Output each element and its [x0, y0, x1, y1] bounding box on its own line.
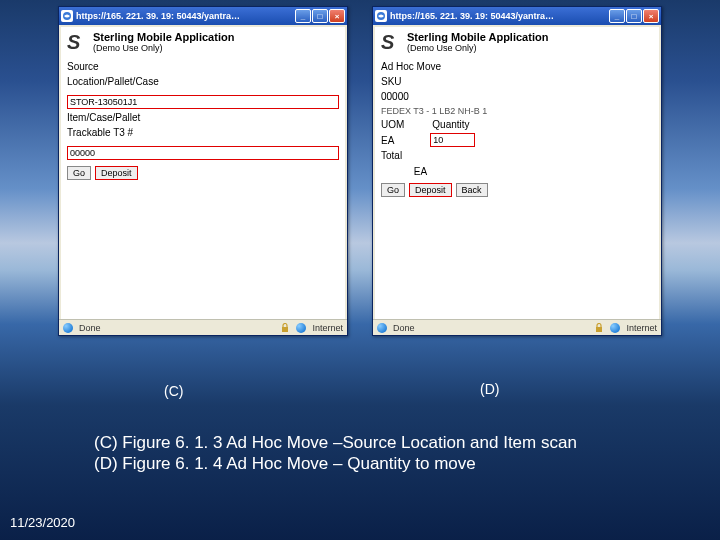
- caption-line-1: (C) Figure 6. 1. 3 Ad Hoc Move –Source L…: [94, 432, 654, 453]
- qty-label: Quantity: [432, 119, 469, 130]
- total-label: Total: [381, 150, 653, 162]
- close-button[interactable]: ×: [329, 9, 345, 23]
- status-internet: Internet: [312, 323, 343, 333]
- minimize-button[interactable]: _: [295, 9, 311, 23]
- maximize-button[interactable]: □: [626, 9, 642, 23]
- app-logo: S: [67, 31, 87, 55]
- status-done: Done: [79, 323, 101, 333]
- app-subtitle: (Demo Use Only): [93, 43, 339, 53]
- go-button[interactable]: Go: [67, 166, 91, 180]
- sku-value: 00000: [381, 91, 653, 103]
- deposit-button[interactable]: Deposit: [95, 166, 138, 180]
- globe-icon: [377, 323, 387, 333]
- svg-rect-3: [596, 327, 602, 332]
- browser-window-c: https://165. 221. 39. 19: 50443/yantra… …: [58, 6, 348, 336]
- figure-label-c: (C): [164, 383, 183, 399]
- content-area: S Sterling Mobile Application (Demo Use …: [375, 27, 659, 319]
- slide-date: 11/23/2020: [10, 515, 75, 530]
- back-button[interactable]: Back: [456, 183, 488, 197]
- close-button[interactable]: ×: [643, 9, 659, 23]
- desc-label: FEDEX T3 - 1 LB2 NH-B 1: [381, 106, 653, 116]
- zone-icon: [296, 323, 306, 333]
- item-label: Item/Case/Pallet: [67, 112, 339, 124]
- browser-window-d: https://165. 221. 39. 19: 50443/yantra… …: [372, 6, 662, 336]
- adhoc-title: Ad Hoc Move: [381, 61, 653, 73]
- trackable-label: Trackable T3 #: [67, 127, 339, 139]
- uom-label: UOM: [381, 119, 404, 130]
- location-label: Location/Pallet/Case: [67, 76, 339, 88]
- deposit-button[interactable]: Deposit: [409, 183, 452, 197]
- location-input[interactable]: [67, 95, 339, 109]
- figure-label-d: (D): [480, 381, 499, 397]
- caption: (C) Figure 6. 1. 3 Ad Hoc Move –Source L…: [94, 432, 654, 475]
- minimize-button[interactable]: _: [609, 9, 625, 23]
- sku-label: SKU: [381, 76, 653, 88]
- item-input[interactable]: [67, 146, 339, 160]
- app-subtitle: (Demo Use Only): [407, 43, 653, 53]
- lock-icon: [594, 323, 604, 333]
- titlebar-url: https://165. 221. 39. 19: 50443/yantra…: [390, 11, 606, 21]
- titlebar: https://165. 221. 39. 19: 50443/yantra… …: [59, 7, 347, 25]
- titlebar: https://165. 221. 39. 19: 50443/yantra… …: [373, 7, 661, 25]
- qty-input[interactable]: [430, 133, 475, 147]
- zone-icon: [610, 323, 620, 333]
- statusbar: Done Internet: [59, 319, 347, 335]
- status-done: Done: [393, 323, 415, 333]
- svg-rect-1: [282, 327, 288, 332]
- statusbar: Done Internet: [373, 319, 661, 335]
- total-blank: [381, 166, 384, 177]
- maximize-button[interactable]: □: [312, 9, 328, 23]
- go-button[interactable]: Go: [381, 183, 405, 197]
- app-title: Sterling Mobile Application: [93, 31, 339, 43]
- lock-icon: [280, 323, 290, 333]
- app-title: Sterling Mobile Application: [407, 31, 653, 43]
- source-label: Source: [67, 61, 339, 73]
- uom-value: EA: [381, 135, 394, 146]
- status-internet: Internet: [626, 323, 657, 333]
- app-logo: S: [381, 31, 401, 55]
- ie-icon: [61, 10, 73, 22]
- ie-icon: [375, 10, 387, 22]
- caption-line-2: (D) Figure 6. 1. 4 Ad Hoc Move – Quantit…: [94, 453, 654, 474]
- titlebar-url: https://165. 221. 39. 19: 50443/yantra…: [76, 11, 292, 21]
- content-area: S Sterling Mobile Application (Demo Use …: [61, 27, 345, 319]
- globe-icon: [63, 323, 73, 333]
- total-ea: EA: [414, 166, 427, 177]
